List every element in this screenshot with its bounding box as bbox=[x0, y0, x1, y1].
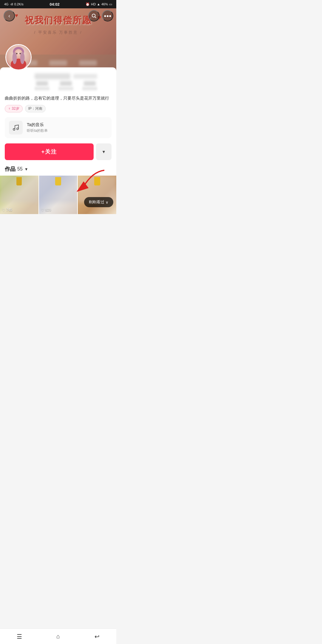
like-count-1: 745 bbox=[6, 208, 12, 212]
grid-item[interactable]: ♡ 745 bbox=[0, 176, 38, 214]
stats-row bbox=[35, 81, 112, 90]
status-left: 4G ·ıll 0.2K/s bbox=[4, 2, 24, 6]
grid-item[interactable]: ♡ 929 bbox=[39, 176, 78, 214]
blurred-stat-3 bbox=[79, 60, 97, 66]
svg-point-0 bbox=[92, 14, 95, 17]
music-box[interactable]: Ta的音乐 听听ta的歌单 bbox=[5, 117, 112, 138]
works-header[interactable]: 作品 55 ▼ bbox=[5, 165, 112, 173]
works-grid: ♡ 745 ♡ 929 bbox=[0, 176, 116, 214]
music-subtitle: 听听ta的歌单 bbox=[27, 128, 48, 133]
grid-like-2: ♡ 929 bbox=[41, 208, 51, 212]
svg-point-10 bbox=[13, 129, 15, 130]
grid-like-1: ♡ 745 bbox=[2, 208, 12, 212]
heart-icon: ♡ bbox=[2, 208, 5, 212]
toast-expand-icon: ∨ bbox=[106, 200, 109, 205]
stat-following bbox=[35, 81, 49, 90]
battery-text: 46% bbox=[101, 2, 108, 6]
status-right: ⏰ HD ▲ 46% ▭ bbox=[86, 2, 112, 6]
signal-bars: ·ıll bbox=[10, 2, 13, 6]
blurred-following-num bbox=[36, 81, 48, 86]
status-bar: 4G ·ıll 0.2K/s 04:02 ⏰ HD ▲ 46% ▭ bbox=[0, 0, 116, 8]
blurred-likes-label bbox=[82, 87, 97, 90]
ip-location-tag: IP：河南 bbox=[25, 105, 46, 112]
works-count: 55 bbox=[17, 166, 23, 172]
svg-point-9 bbox=[20, 53, 21, 54]
avatar-wrap bbox=[5, 44, 32, 70]
blurred-likes-num bbox=[84, 81, 96, 86]
svg-line-1 bbox=[95, 17, 96, 18]
cover-subtitle: / 平安喜乐 万事胜意 / bbox=[0, 30, 116, 35]
blurred-fans-label bbox=[58, 87, 73, 90]
battery-icon: ▭ bbox=[109, 2, 112, 6]
recently-viewed-toast[interactable]: 刚刚看过 ∨ bbox=[84, 197, 113, 207]
search-button[interactable] bbox=[88, 10, 100, 21]
speed-text: 0.2K/s bbox=[14, 2, 24, 6]
profile-content: 曲曲折折的路，总有它的道理，只要尽头是花开万里就行 ♀ 32岁 IP：河南 Ta… bbox=[0, 67, 116, 214]
wifi-icon: ▲ bbox=[97, 2, 100, 6]
bio-text: 曲曲折折的路，总有它的道理，只要尽头是花开万里就行 bbox=[5, 95, 112, 101]
tags-row: ♀ 32岁 IP：河南 bbox=[5, 105, 112, 112]
avatar-inner bbox=[6, 45, 31, 69]
like-count-2: 929 bbox=[45, 208, 51, 212]
alarm-icon: ⏰ bbox=[86, 2, 90, 6]
blurred-name bbox=[35, 73, 70, 79]
svg-point-11 bbox=[17, 128, 18, 130]
status-time: 04:02 bbox=[49, 2, 59, 7]
name-area bbox=[35, 73, 112, 79]
back-button[interactable]: ‹ bbox=[4, 10, 15, 21]
avatar bbox=[5, 44, 32, 70]
blurred-stat-2 bbox=[49, 60, 67, 66]
grid-item[interactable] bbox=[78, 176, 116, 214]
svg-point-8 bbox=[16, 53, 18, 54]
hd-badge: HD bbox=[91, 2, 96, 6]
music-icon bbox=[9, 121, 23, 134]
stat-fans bbox=[58, 81, 73, 90]
follow-area: +关注 ▼ bbox=[5, 143, 112, 160]
avatar-svg bbox=[6, 45, 31, 69]
music-title: Ta的音乐 bbox=[27, 122, 48, 128]
stat-likes bbox=[82, 81, 97, 90]
more-button[interactable]: ●●● bbox=[102, 10, 113, 21]
dropdown-arrow-icon: ▼ bbox=[102, 149, 106, 154]
gender-age-tag: ♀ 32岁 bbox=[5, 105, 23, 112]
music-info: Ta的音乐 听听ta的歌单 bbox=[27, 122, 48, 133]
recently-viewed-label: 刚刚看过 bbox=[89, 199, 104, 205]
svg-point-7 bbox=[20, 52, 25, 64]
more-dropdown-button[interactable]: ▼ bbox=[96, 143, 112, 160]
works-dropdown-icon: ▼ bbox=[24, 167, 28, 171]
blurred-following-label bbox=[35, 87, 49, 90]
follow-button[interactable]: +关注 bbox=[5, 143, 94, 160]
signal-text: 4G bbox=[4, 2, 9, 6]
works-label: 作品 bbox=[5, 165, 16, 173]
heart-icon: ♡ bbox=[41, 208, 44, 212]
blurred-fans-num bbox=[60, 81, 72, 86]
blurred-id bbox=[73, 74, 97, 79]
svg-point-6 bbox=[13, 52, 17, 64]
